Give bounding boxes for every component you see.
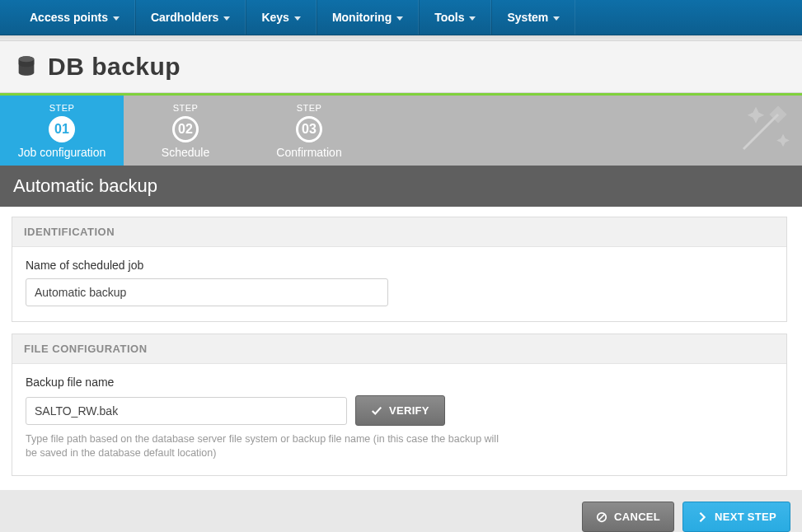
wand-icon (731, 102, 790, 164)
step-prefix: STEP (173, 103, 199, 113)
step-prefix: STEP (49, 103, 75, 113)
job-name-input[interactable] (26, 278, 388, 306)
cancel-label: CANCEL (614, 511, 660, 523)
step-name: Schedule (162, 146, 209, 159)
nav-label: Keys (261, 11, 288, 24)
help-text: Type file path based on the database ser… (26, 432, 504, 460)
step-number: 02 (172, 116, 199, 142)
cancel-button[interactable]: CANCEL (582, 502, 674, 532)
caret-down-icon (223, 16, 230, 21)
wizard-steps: STEP 01 Job configuration STEP 02 Schedu… (0, 93, 802, 166)
database-icon (15, 54, 38, 80)
caret-down-icon (294, 16, 301, 21)
verify-label: VERIFY (389, 404, 429, 417)
footer: CANCEL NEXT STEP (0, 490, 802, 532)
next-step-button[interactable]: NEXT STEP (682, 502, 790, 532)
caret-down-icon (553, 16, 560, 21)
content-area: IDENTIFICATION Name of scheduled job FIL… (0, 207, 802, 490)
nav-label: Monitoring (332, 11, 392, 24)
panel-body: Backup file name VERIFY Type file path b… (12, 364, 786, 475)
top-nav: Access points Cardholders Keys Monitorin… (0, 0, 802, 35)
nav-system[interactable]: System (491, 0, 575, 35)
panel-identification: IDENTIFICATION Name of scheduled job (12, 217, 787, 322)
nav-tools[interactable]: Tools (419, 0, 491, 35)
step-confirmation[interactable]: STEP 03 Confirmation (247, 96, 371, 166)
panel-header: FILE CONFIGURATION (12, 334, 786, 364)
nav-label: Tools (434, 11, 464, 24)
step-number: 01 (49, 116, 75, 142)
caret-down-icon (469, 16, 476, 21)
svg-line-5 (599, 514, 605, 520)
verify-button[interactable]: VERIFY (355, 395, 445, 426)
nav-access-points[interactable]: Access points (15, 0, 135, 35)
check-icon (371, 405, 382, 417)
page-header: DB backup (0, 40, 802, 93)
cancel-icon (596, 511, 607, 523)
backup-file-name-input[interactable] (26, 397, 347, 425)
job-name-label: Name of scheduled job (26, 259, 773, 272)
app-root: Access points Cardholders Keys Monitorin… (0, 0, 802, 532)
nav-label: Cardholders (151, 11, 218, 24)
panel-body: Name of scheduled job (12, 247, 786, 321)
backup-file-name-label: Backup file name (26, 376, 773, 389)
caret-down-icon (396, 16, 403, 21)
nav-label: Access points (30, 11, 108, 24)
step-prefix: STEP (297, 103, 322, 113)
step-job-configuration[interactable]: STEP 01 Job configuration (0, 96, 124, 166)
svg-point-1 (19, 56, 35, 62)
file-name-row: VERIFY (26, 395, 773, 426)
section-title: Automatic backup (0, 166, 802, 207)
panel-header: IDENTIFICATION (12, 217, 786, 247)
step-name: Confirmation (276, 146, 341, 159)
step-name: Job configuration (18, 146, 106, 159)
panel-file-configuration: FILE CONFIGURATION Backup file name VERI… (12, 334, 787, 476)
nav-label: System (507, 11, 548, 24)
caret-down-icon (113, 16, 120, 21)
page-title: DB backup (48, 53, 181, 81)
scroll-area[interactable]: IDENTIFICATION Name of scheduled job FIL… (12, 217, 790, 480)
nav-keys[interactable]: Keys (246, 0, 316, 35)
step-schedule[interactable]: STEP 02 Schedule (124, 96, 247, 166)
nav-monitoring[interactable]: Monitoring (317, 0, 419, 35)
nav-cardholders[interactable]: Cardholders (135, 0, 246, 35)
svg-line-2 (743, 114, 778, 149)
chevron-right-icon (696, 511, 708, 523)
step-number: 03 (296, 116, 322, 142)
next-label: NEXT STEP (715, 511, 776, 523)
